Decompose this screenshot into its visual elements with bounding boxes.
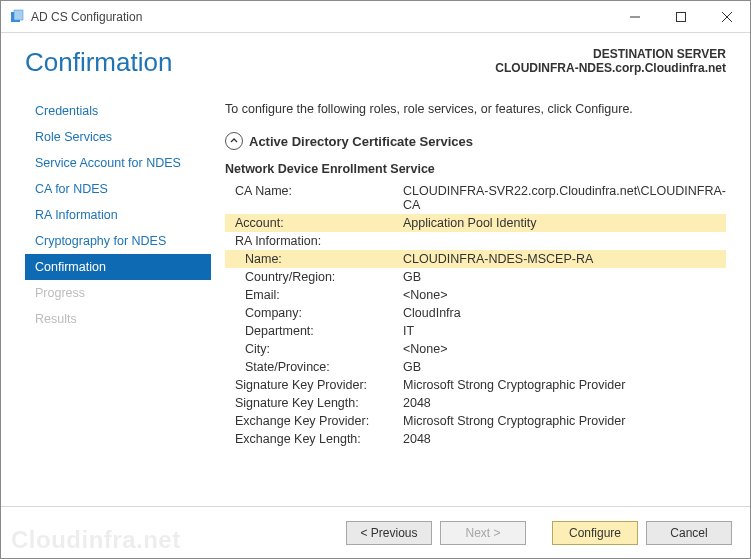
detail-key: Department: <box>225 324 403 338</box>
detail-row: City:<None> <box>225 340 726 358</box>
detail-key: Email: <box>225 288 403 302</box>
detail-value: CLOUDINFRA-SVR22.corp.Cloudinfra.net\CLO… <box>403 184 726 212</box>
wizard-footer: Cloudinfra.net < Previous Next > Configu… <box>1 506 750 558</box>
close-button[interactable] <box>704 1 750 32</box>
detail-value: 2048 <box>403 432 726 446</box>
detail-value: <None> <box>403 342 726 356</box>
destination-label: DESTINATION SERVER <box>495 47 726 61</box>
detail-row: Exchange Key Length:2048 <box>225 430 726 448</box>
sidebar-item-service-account-for-ndes[interactable]: Service Account for NDES <box>25 150 211 176</box>
detail-row: Country/Region:GB <box>225 268 726 286</box>
detail-key: Account: <box>225 216 403 230</box>
detail-key: Name: <box>225 252 403 266</box>
detail-value: GB <box>403 360 726 374</box>
detail-value: IT <box>403 324 726 338</box>
detail-row: Email:<None> <box>225 286 726 304</box>
minimize-button[interactable] <box>612 1 658 32</box>
detail-value: CLOUDINFRA-NDES-MSCEP-RA <box>403 252 726 266</box>
chevron-up-icon <box>225 132 243 150</box>
svg-rect-3 <box>677 12 686 21</box>
detail-row: Department:IT <box>225 322 726 340</box>
detail-value: Microsoft Strong Cryptographic Provider <box>403 414 726 428</box>
detail-key: Signature Key Length: <box>225 396 403 410</box>
sidebar-item-ra-information[interactable]: RA Information <box>25 202 211 228</box>
sidebar-item-ca-for-ndes[interactable]: CA for NDES <box>25 176 211 202</box>
app-icon <box>9 9 25 25</box>
detail-key: CA Name: <box>225 184 403 212</box>
subsection-title: Network Device Enrollment Service <box>225 162 726 176</box>
detail-key: RA Information: <box>225 234 403 248</box>
detail-value: 2048 <box>403 396 726 410</box>
titlebar: AD CS Configuration <box>1 1 750 33</box>
detail-row: RA Information: <box>225 232 726 250</box>
detail-row: Company:CloudInfra <box>225 304 726 322</box>
destination-value: CLOUDINFRA-NDES.corp.Cloudinfra.net <box>495 61 726 75</box>
sidebar-item-cryptography-for-ndes[interactable]: Cryptography for NDES <box>25 228 211 254</box>
main-pane: To configure the following roles, role s… <box>211 92 726 506</box>
detail-row: Name:CLOUDINFRA-NDES-MSCEP-RA <box>225 250 726 268</box>
sidebar-item-confirmation[interactable]: Confirmation <box>25 254 211 280</box>
configure-button[interactable]: Configure <box>552 521 638 545</box>
destination-server: DESTINATION SERVER CLOUDINFRA-NDES.corp.… <box>495 47 726 78</box>
detail-value: Microsoft Strong Cryptographic Provider <box>403 378 726 392</box>
watermark: Cloudinfra.net <box>11 526 181 554</box>
detail-row: Account:Application Pool Identity <box>225 214 726 232</box>
wizard-window: AD CS Configuration Confirmation DESTINA… <box>0 0 751 559</box>
detail-value: GB <box>403 270 726 284</box>
window-title: AD CS Configuration <box>31 10 612 24</box>
section-header[interactable]: Active Directory Certificate Services <box>225 132 726 150</box>
detail-value: CloudInfra <box>403 306 726 320</box>
detail-key: State/Province: <box>225 360 403 374</box>
detail-key: Country/Region: <box>225 270 403 284</box>
next-button: Next > <box>440 521 526 545</box>
details-list: CA Name:CLOUDINFRA-SVR22.corp.Cloudinfra… <box>225 182 726 448</box>
detail-value: Application Pool Identity <box>403 216 726 230</box>
header-row: Confirmation DESTINATION SERVER CLOUDINF… <box>1 33 750 78</box>
detail-key: City: <box>225 342 403 356</box>
detail-key: Signature Key Provider: <box>225 378 403 392</box>
sidebar-item-results: Results <box>25 306 211 332</box>
detail-value <box>403 234 726 248</box>
instruction-text: To configure the following roles, role s… <box>225 102 726 116</box>
detail-row: CA Name:CLOUDINFRA-SVR22.corp.Cloudinfra… <box>225 182 726 214</box>
window-controls <box>612 1 750 32</box>
detail-row: State/Province:GB <box>225 358 726 376</box>
content-area: CredentialsRole ServicesService Account … <box>1 78 750 506</box>
maximize-button[interactable] <box>658 1 704 32</box>
section-title: Active Directory Certificate Services <box>249 134 473 149</box>
detail-row: Signature Key Provider:Microsoft Strong … <box>225 376 726 394</box>
detail-row: Exchange Key Provider:Microsoft Strong C… <box>225 412 726 430</box>
cancel-button[interactable]: Cancel <box>646 521 732 545</box>
wizard-sidebar: CredentialsRole ServicesService Account … <box>25 92 211 506</box>
detail-key: Exchange Key Provider: <box>225 414 403 428</box>
detail-key: Exchange Key Length: <box>225 432 403 446</box>
sidebar-item-credentials[interactable]: Credentials <box>25 98 211 124</box>
detail-row: Signature Key Length:2048 <box>225 394 726 412</box>
sidebar-item-role-services[interactable]: Role Services <box>25 124 211 150</box>
detail-key: Company: <box>225 306 403 320</box>
detail-value: <None> <box>403 288 726 302</box>
wizard-body: Confirmation DESTINATION SERVER CLOUDINF… <box>1 33 750 558</box>
previous-button[interactable]: < Previous <box>346 521 432 545</box>
sidebar-item-progress: Progress <box>25 280 211 306</box>
svg-rect-1 <box>14 10 23 20</box>
page-title: Confirmation <box>25 47 172 78</box>
